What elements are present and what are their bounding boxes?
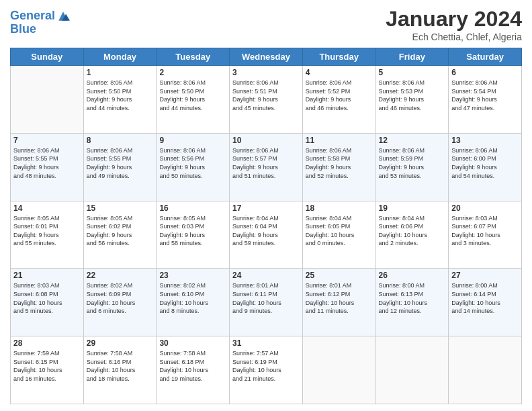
day-info: Sunrise: 8:06 AM Sunset: 5:55 PM Dayligh… — [13, 146, 81, 180]
logo: General Blue — [10, 9, 70, 36]
table-row: 26Sunrise: 8:00 AM Sunset: 6:13 PM Dayli… — [375, 269, 449, 336]
table-row: 24Sunrise: 8:01 AM Sunset: 6:11 PM Dayli… — [230, 269, 303, 336]
table-row — [375, 336, 449, 404]
day-number: 29 — [87, 338, 154, 348]
day-number: 4 — [306, 68, 373, 77]
page: General Blue January 2024 Ech Chettia, C… — [0, 0, 532, 411]
day-info: Sunrise: 8:02 AM Sunset: 6:09 PM Dayligh… — [87, 281, 154, 315]
day-number: 24 — [232, 271, 300, 280]
day-number: 12 — [379, 136, 446, 145]
day-number: 17 — [232, 203, 300, 213]
table-row: 7Sunrise: 8:06 AM Sunset: 5:55 PM Daylig… — [11, 133, 84, 201]
day-number: 22 — [87, 271, 154, 280]
day-info: Sunrise: 7:59 AM Sunset: 6:15 PM Dayligh… — [13, 349, 81, 383]
day-info: Sunrise: 8:00 AM Sunset: 6:13 PM Dayligh… — [379, 281, 446, 315]
day-info: Sunrise: 7:58 AM Sunset: 6:16 PM Dayligh… — [87, 349, 154, 383]
calendar-week-row: 21Sunrise: 8:03 AM Sunset: 6:08 PM Dayli… — [11, 269, 522, 336]
day-number: 5 — [379, 68, 446, 77]
day-info: Sunrise: 8:03 AM Sunset: 6:08 PM Dayligh… — [13, 281, 81, 315]
day-number: 20 — [451, 203, 519, 213]
day-info: Sunrise: 8:06 AM Sunset: 5:50 PM Dayligh… — [159, 79, 226, 112]
day-info: Sunrise: 7:58 AM Sunset: 6:18 PM Dayligh… — [159, 349, 226, 383]
table-row: 1Sunrise: 8:05 AM Sunset: 5:50 PM Daylig… — [83, 66, 157, 134]
day-number: 31 — [232, 338, 300, 348]
day-info: Sunrise: 8:05 AM Sunset: 6:01 PM Dayligh… — [13, 214, 81, 248]
table-row: 10Sunrise: 8:06 AM Sunset: 5:57 PM Dayli… — [230, 133, 303, 201]
day-number: 27 — [451, 271, 519, 280]
day-info: Sunrise: 8:06 AM Sunset: 5:51 PM Dayligh… — [232, 79, 300, 112]
table-row: 13Sunrise: 8:06 AM Sunset: 6:00 PM Dayli… — [449, 133, 522, 201]
sub-title: Ech Chettia, Chlef, Algeria — [386, 32, 522, 42]
table-row: 5Sunrise: 8:06 AM Sunset: 5:53 PM Daylig… — [375, 66, 449, 134]
day-info: Sunrise: 8:06 AM Sunset: 5:52 PM Dayligh… — [306, 79, 373, 112]
table-row: 8Sunrise: 8:06 AM Sunset: 5:55 PM Daylig… — [83, 133, 157, 201]
day-number: 25 — [306, 271, 373, 280]
table-row: 27Sunrise: 8:00 AM Sunset: 6:14 PM Dayli… — [449, 269, 522, 336]
day-info: Sunrise: 8:06 AM Sunset: 6:00 PM Dayligh… — [451, 146, 519, 180]
day-number: 23 — [159, 271, 226, 280]
table-row — [11, 66, 84, 134]
day-info: Sunrise: 8:05 AM Sunset: 6:03 PM Dayligh… — [159, 214, 226, 248]
day-info: Sunrise: 8:05 AM Sunset: 5:50 PM Dayligh… — [87, 79, 154, 112]
col-monday: Monday — [83, 48, 157, 66]
day-number: 2 — [159, 68, 226, 77]
day-info: Sunrise: 8:01 AM Sunset: 6:11 PM Dayligh… — [232, 281, 300, 315]
day-info: Sunrise: 8:00 AM Sunset: 6:14 PM Dayligh… — [451, 281, 519, 315]
col-wednesday: Wednesday — [230, 48, 303, 66]
day-number: 15 — [87, 203, 154, 213]
col-saturday: Saturday — [449, 48, 522, 66]
table-row: 22Sunrise: 8:02 AM Sunset: 6:09 PM Dayli… — [83, 269, 157, 336]
table-row: 19Sunrise: 8:04 AM Sunset: 6:06 PM Dayli… — [375, 201, 449, 269]
day-number: 16 — [159, 203, 226, 213]
table-row: 25Sunrise: 8:01 AM Sunset: 6:12 PM Dayli… — [302, 269, 375, 336]
calendar-week-row: 1Sunrise: 8:05 AM Sunset: 5:50 PM Daylig… — [11, 66, 522, 134]
col-thursday: Thursday — [302, 48, 375, 66]
day-info: Sunrise: 8:06 AM Sunset: 5:58 PM Dayligh… — [306, 146, 373, 180]
day-info: Sunrise: 8:01 AM Sunset: 6:12 PM Dayligh… — [306, 281, 373, 315]
day-number: 30 — [159, 338, 226, 348]
col-tuesday: Tuesday — [157, 48, 230, 66]
calendar: Sunday Monday Tuesday Wednesday Thursday… — [10, 48, 522, 404]
day-number: 3 — [232, 68, 300, 77]
calendar-week-row: 28Sunrise: 7:59 AM Sunset: 6:15 PM Dayli… — [11, 336, 522, 404]
calendar-header-row: Sunday Monday Tuesday Wednesday Thursday… — [11, 48, 522, 66]
day-info: Sunrise: 8:03 AM Sunset: 6:07 PM Dayligh… — [451, 214, 519, 248]
table-row: 4Sunrise: 8:06 AM Sunset: 5:52 PM Daylig… — [302, 66, 375, 134]
day-info: Sunrise: 8:06 AM Sunset: 5:57 PM Dayligh… — [232, 146, 300, 180]
col-friday: Friday — [375, 48, 449, 66]
day-number: 28 — [13, 338, 81, 348]
logo-blue: Blue — [10, 23, 70, 36]
table-row: 11Sunrise: 8:06 AM Sunset: 5:58 PM Dayli… — [302, 133, 375, 201]
day-number: 21 — [13, 271, 81, 280]
logo-text: General — [10, 9, 55, 23]
table-row — [449, 336, 522, 404]
day-number: 9 — [159, 136, 226, 145]
day-info: Sunrise: 8:06 AM Sunset: 5:59 PM Dayligh… — [379, 146, 446, 180]
col-sunday: Sunday — [11, 48, 84, 66]
day-number: 7 — [13, 136, 81, 145]
header: General Blue January 2024 Ech Chettia, C… — [10, 7, 522, 42]
table-row: 23Sunrise: 8:02 AM Sunset: 6:10 PM Dayli… — [157, 269, 230, 336]
table-row: 9Sunrise: 8:06 AM Sunset: 5:56 PM Daylig… — [157, 133, 230, 201]
day-info: Sunrise: 8:04 AM Sunset: 6:04 PM Dayligh… — [232, 214, 300, 248]
day-number: 6 — [451, 68, 519, 77]
title-section: January 2024 Ech Chettia, Chlef, Algeria — [386, 7, 522, 42]
table-row: 31Sunrise: 7:57 AM Sunset: 6:19 PM Dayli… — [230, 336, 303, 404]
day-info: Sunrise: 8:04 AM Sunset: 6:06 PM Dayligh… — [379, 214, 446, 248]
table-row: 30Sunrise: 7:58 AM Sunset: 6:18 PM Dayli… — [157, 336, 230, 404]
logo-icon — [56, 9, 70, 23]
day-number: 18 — [306, 203, 373, 213]
table-row: 14Sunrise: 8:05 AM Sunset: 6:01 PM Dayli… — [11, 201, 84, 269]
calendar-week-row: 7Sunrise: 8:06 AM Sunset: 5:55 PM Daylig… — [11, 133, 522, 201]
day-info: Sunrise: 7:57 AM Sunset: 6:19 PM Dayligh… — [232, 349, 300, 383]
table-row: 18Sunrise: 8:04 AM Sunset: 6:05 PM Dayli… — [302, 201, 375, 269]
table-row: 21Sunrise: 8:03 AM Sunset: 6:08 PM Dayli… — [11, 269, 84, 336]
table-row: 6Sunrise: 8:06 AM Sunset: 5:54 PM Daylig… — [449, 66, 522, 134]
day-info: Sunrise: 8:06 AM Sunset: 5:53 PM Dayligh… — [379, 79, 446, 112]
table-row: 2Sunrise: 8:06 AM Sunset: 5:50 PM Daylig… — [157, 66, 230, 134]
day-info: Sunrise: 8:02 AM Sunset: 6:10 PM Dayligh… — [159, 281, 226, 315]
day-number: 19 — [379, 203, 446, 213]
table-row: 20Sunrise: 8:03 AM Sunset: 6:07 PM Dayli… — [449, 201, 522, 269]
day-number: 10 — [232, 136, 300, 145]
table-row: 15Sunrise: 8:05 AM Sunset: 6:02 PM Dayli… — [83, 201, 157, 269]
